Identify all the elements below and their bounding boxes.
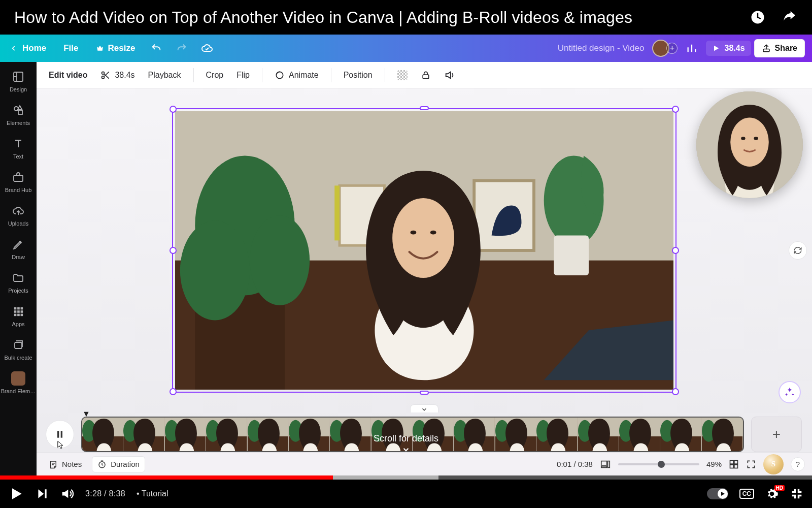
home-button[interactable]: Home xyxy=(3,39,53,57)
bulk-create-icon xyxy=(12,338,24,352)
grid-view-icon[interactable] xyxy=(729,459,739,469)
add-page-button[interactable]: + xyxy=(751,417,802,452)
video-title: How to Add Video on Top of Another Video… xyxy=(14,8,632,27)
watch-later-icon[interactable] xyxy=(749,9,766,26)
svg-point-41 xyxy=(754,137,758,140)
magic-button[interactable] xyxy=(779,381,801,403)
side-brand-elements[interactable]: Brand Elem… xyxy=(0,368,37,399)
lock-button[interactable] xyxy=(417,67,435,83)
side-projects[interactable]: Projects xyxy=(0,267,37,299)
separator xyxy=(262,68,262,82)
notes-button[interactable]: Notes xyxy=(44,457,87,472)
side-draw[interactable]: Draw xyxy=(0,234,37,265)
duration-button[interactable]: Duration xyxy=(92,456,145,472)
side-label: Draw xyxy=(12,254,25,260)
svg-rect-34 xyxy=(334,185,340,240)
captions-button[interactable]: CC xyxy=(739,489,754,499)
help-button[interactable]: ? xyxy=(791,457,805,471)
cloud-sync-icon[interactable] xyxy=(196,38,218,58)
side-uploads[interactable]: Uploads xyxy=(0,200,37,232)
volume-button[interactable] xyxy=(440,67,459,84)
svg-rect-42 xyxy=(57,431,59,437)
shapes-icon xyxy=(12,104,24,117)
home-label: Home xyxy=(22,43,46,53)
share-button[interactable]: Share xyxy=(754,39,805,57)
svg-rect-22 xyxy=(397,70,408,80)
svg-point-40 xyxy=(741,137,745,140)
grid-icon xyxy=(13,305,24,318)
resize-menu[interactable]: Resize xyxy=(89,39,143,57)
side-elements[interactable]: Elements xyxy=(0,100,37,131)
briefcase-icon xyxy=(12,171,24,184)
svg-point-17 xyxy=(102,76,105,78)
present-button[interactable]: 38.4s xyxy=(706,41,751,56)
document-title[interactable]: Untitled design - Video xyxy=(558,43,645,53)
youtube-progress[interactable] xyxy=(0,475,812,480)
svg-rect-9 xyxy=(14,310,17,313)
svg-rect-13 xyxy=(17,314,20,316)
presenter-bubble xyxy=(696,91,803,198)
add-collaborator-icon[interactable]: + xyxy=(666,43,678,54)
settings-button[interactable]: HD xyxy=(765,487,779,500)
insights-icon[interactable] xyxy=(681,38,703,58)
resize-handle[interactable] xyxy=(420,391,429,395)
svg-rect-114 xyxy=(730,464,734,468)
chapter-label[interactable]: • Tutorial xyxy=(137,489,168,498)
resize-handle[interactable] xyxy=(420,106,429,110)
cloud-upload-icon xyxy=(12,204,24,217)
zoom-percent[interactable]: 49% xyxy=(706,460,722,468)
selected-element[interactable] xyxy=(172,108,676,393)
crop-button[interactable]: Crop xyxy=(202,68,228,83)
side-label: Uploads xyxy=(8,220,28,227)
autoplay-toggle[interactable] xyxy=(707,488,728,499)
canva-header: Home File Resize xyxy=(0,35,812,62)
channel-avatar[interactable]: S xyxy=(763,454,784,474)
collapse-timeline-icon[interactable] xyxy=(410,404,438,412)
play-button[interactable] xyxy=(8,486,24,502)
svg-rect-43 xyxy=(61,431,62,437)
resize-handle[interactable] xyxy=(672,106,679,113)
video-content xyxy=(175,111,673,390)
undo-button[interactable] xyxy=(145,38,167,58)
side-bulk-create[interactable]: Bulk create xyxy=(0,334,37,366)
exit-fullscreen-button[interactable] xyxy=(790,487,804,501)
zoom-thumb[interactable] xyxy=(658,461,665,468)
resize-handle[interactable] xyxy=(170,106,177,113)
svg-rect-1 xyxy=(763,49,769,52)
volume-button[interactable] xyxy=(60,487,74,501)
next-button[interactable] xyxy=(36,487,49,500)
collaborators[interactable]: + xyxy=(652,40,678,57)
side-apps[interactable]: Apps xyxy=(0,301,37,332)
side-text[interactable]: Text xyxy=(0,133,37,165)
flip-button[interactable]: Flip xyxy=(232,68,254,83)
canvas[interactable] xyxy=(37,88,812,412)
resize-handle[interactable] xyxy=(170,247,177,254)
svg-rect-6 xyxy=(14,307,17,310)
redo-button[interactable] xyxy=(171,38,193,58)
resize-handle[interactable] xyxy=(672,388,679,395)
share-icon[interactable] xyxy=(781,9,798,26)
side-label: Design xyxy=(10,86,27,92)
refresh-icon[interactable] xyxy=(789,241,807,260)
crown-icon xyxy=(96,44,104,52)
svg-point-37 xyxy=(430,231,436,235)
timeline-play-button[interactable] xyxy=(46,420,74,449)
playback-button[interactable]: Playback xyxy=(144,68,185,83)
transparency-button[interactable] xyxy=(393,67,412,83)
resize-handle[interactable] xyxy=(170,388,177,395)
trim-button[interactable]: 38.4s xyxy=(96,67,139,83)
fullscreen-icon[interactable] xyxy=(746,459,756,469)
zoom-slider[interactable] xyxy=(618,463,699,465)
side-label: Elements xyxy=(7,120,30,126)
svg-point-29 xyxy=(250,215,310,305)
resize-handle[interactable] xyxy=(672,247,679,254)
side-design[interactable]: Design xyxy=(0,66,37,98)
position-button[interactable]: Position xyxy=(340,68,377,83)
edit-video-button[interactable]: Edit video xyxy=(45,68,91,83)
svg-rect-14 xyxy=(21,314,23,316)
page-view-icon[interactable] xyxy=(600,459,611,470)
lock-icon xyxy=(421,70,431,80)
side-brand-hub[interactable]: Brand Hub xyxy=(0,167,37,198)
file-menu[interactable]: File xyxy=(56,39,85,57)
animate-button[interactable]: Animate xyxy=(270,67,323,83)
